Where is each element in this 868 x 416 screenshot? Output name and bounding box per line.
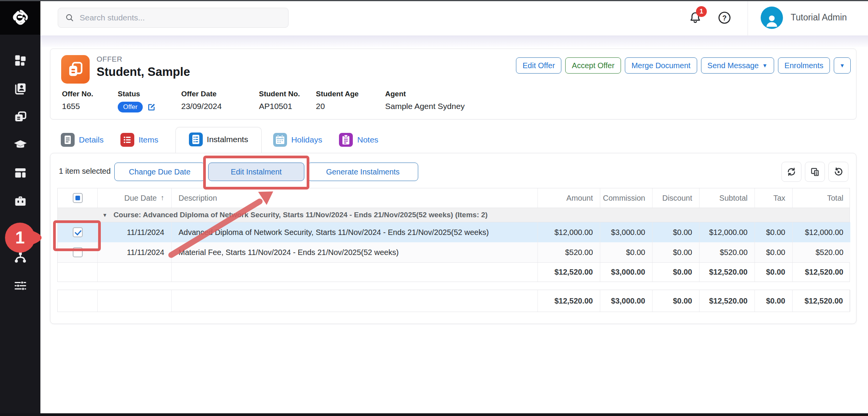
selection-count-text: 1 item selected [59,167,111,176]
copy-icon [810,167,820,177]
sidebar-item-toolbox[interactable] [0,187,40,215]
table-row[interactable]: 11/11/2024 Advanced Diploma of Network S… [58,222,850,242]
grand-total-subtotal: $12,520.00 [699,290,755,312]
send-message-button[interactable]: Send Message▼ [701,57,774,74]
topbar: 1 ? Tutorial Admin [40,0,868,35]
tab-items[interactable]: Items [120,133,158,153]
edit-offer-label: Edit Offer [522,61,555,70]
column-label: Discount [662,194,692,203]
holidays-icon [273,133,287,147]
collapse-triangle-icon[interactable]: ▼ [102,212,107,218]
edit-offer-button[interactable]: Edit Offer [516,57,561,74]
edit-instalment-button[interactable]: Edit Instalment [208,163,304,181]
course-group-row[interactable]: ▼ Course: Advanced Diploma of Network Se… [58,208,850,222]
merge-document-button[interactable]: Merge Document [625,57,697,74]
header-due-date[interactable]: Due Date ↑ [98,188,172,208]
user-name[interactable]: Tutorial Admin [791,12,847,23]
header-amount[interactable]: Amount [538,188,600,208]
header-description[interactable]: Description [172,188,538,208]
header-total[interactable]: Total [793,188,850,208]
header-tax[interactable]: Tax [755,188,793,208]
group-total-discount: $0.00 [653,263,699,282]
user-icon [763,12,780,29]
row-checkbox[interactable] [73,227,83,237]
copy-button[interactable] [805,162,825,182]
offer-document-icon [67,60,84,78]
settings-sliders-icon [13,278,27,292]
column-label: Description [179,194,217,203]
field-offer-date: Offer Date 23/09/2024 [181,90,259,112]
sidebar-item-students[interactable] [0,74,40,102]
sidebar-item-network[interactable] [0,243,40,271]
row-total: $12,000.00 [793,222,850,242]
tab-label: Items [139,135,158,144]
agent-link[interactable]: Sample Agent Sydney [385,102,501,111]
table-row[interactable]: 11/11/2024 Material Fee, Starts 11/Nov/2… [58,242,850,262]
details-icon [61,133,75,147]
window-bottom-edge [0,413,868,416]
field-status: Status Offer [118,90,181,112]
offer-fields: Offer No. 1655 Status Offer Offer Date 2… [62,90,501,112]
group-totals-row: $12,520.00 $3,000.00 $0.00 $12,520.00 $0… [58,262,850,282]
generate-instalments-button[interactable]: Generate Instalments [307,163,418,181]
header-subtotal[interactable]: Subtotal [699,188,755,208]
chevron-down-icon: ▼ [840,62,845,69]
column-label: Subtotal [719,194,748,203]
search-input[interactable] [80,13,272,22]
row-checkbox[interactable] [73,247,83,257]
student-no-link[interactable]: AP10501 [259,102,316,111]
row-tax: $0.00 [755,242,793,262]
sidebar-item-courses[interactable] [0,131,40,159]
page-title: Student, Sample [97,65,190,79]
row-description: Advanced Diploma of Network Security, St… [172,222,538,242]
change-due-date-button[interactable]: Change Due Date [114,163,205,181]
finance-icon [13,222,27,236]
table-action-icons [781,162,848,182]
tab-instalments[interactable]: Instalments [175,127,262,153]
avatar[interactable] [761,7,783,29]
accept-offer-label: Accept Offer [572,61,614,70]
select-all-checkbox[interactable] [73,193,83,203]
sidebar-item-settings[interactable] [0,271,40,299]
search-box[interactable] [58,8,289,28]
group-total-amount: $12,520.00 [538,263,600,282]
row-subtotal: $12,000.00 [699,222,755,242]
notifications-button[interactable]: 1 [687,9,704,26]
instalments-table: Due Date ↑ Description Amount Commission… [57,188,850,282]
tab-notes[interactable]: Notes [339,133,378,153]
refresh-button[interactable] [781,162,801,182]
field-label: Student No. [259,90,316,98]
tab-label: Holidays [291,135,322,144]
header-discount[interactable]: Discount [653,188,699,208]
instalments-icon [189,133,203,146]
field-value: 20 [316,102,385,111]
accept-offer-button[interactable]: Accept Offer [565,57,621,74]
row-discount: $0.00 [653,242,699,262]
sidebar-item-finance[interactable] [0,215,40,243]
help-button[interactable]: ? [716,9,733,26]
field-offer-no: Offer No. 1655 [62,90,118,112]
more-actions-button[interactable]: ▼ [834,57,851,74]
enrolments-label: Enrolments [785,61,823,70]
timetable-icon [13,166,27,180]
header-commission[interactable]: Commission [600,188,653,208]
send-message-label: Send Message [708,61,759,70]
grand-total-amount: $12,520.00 [538,290,600,312]
sidebar-item-timetable[interactable] [0,159,40,187]
students-icon [13,82,27,96]
offer-type-icon [61,55,90,84]
column-label: Commission [603,194,645,203]
sidebar-item-dashboard[interactable] [0,46,40,74]
dashboard-icon [13,54,27,67]
sidebar-item-offers[interactable] [0,102,40,131]
offer-card: OFFER Student, Sample Edit Offer Accept … [50,49,856,119]
tab-details[interactable]: Details [61,133,103,153]
status-badge[interactable]: Offer [118,102,143,112]
history-button[interactable] [828,162,848,182]
enrolments-button[interactable]: Enrolments [778,57,830,74]
offer-tabs: Details Items Instalments Ho [61,128,395,153]
edit-status-icon[interactable] [147,102,156,112]
tab-holidays[interactable]: Holidays [273,133,322,153]
app-logo[interactable] [0,0,40,35]
logo-icon [10,7,30,27]
